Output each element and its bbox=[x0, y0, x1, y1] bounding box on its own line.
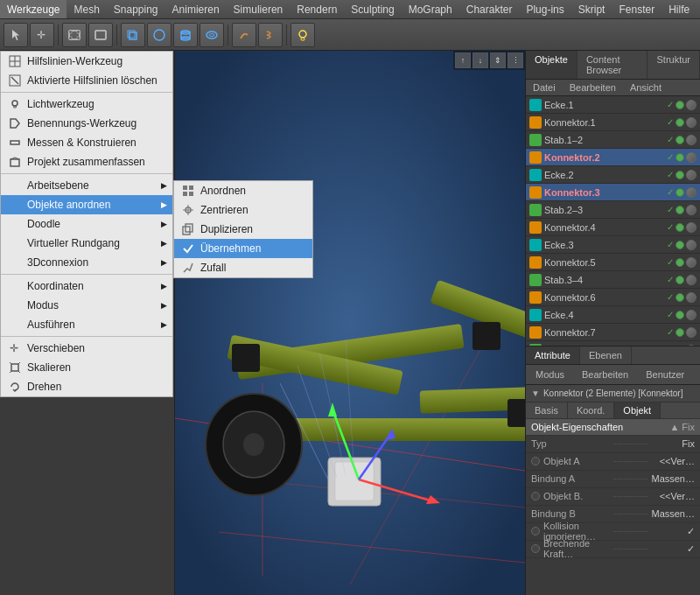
subtab-bearbeiten[interactable]: Bearbeiten bbox=[563, 80, 623, 95]
collapse-arrow[interactable]: ▼ bbox=[531, 388, 540, 398]
submenu-anordnen-item[interactable]: Anordnen bbox=[174, 181, 312, 200]
circle-btn[interactable] bbox=[686, 292, 696, 303]
menu-sculpting[interactable]: Sculpting bbox=[344, 0, 401, 18]
circle-btn[interactable] bbox=[686, 222, 696, 233]
attr-value-bindungB[interactable]: Massen… bbox=[651, 508, 695, 519]
menu-verschieben[interactable]: ✛ Verschieben bbox=[1, 339, 172, 358]
menu-lichtwerkzeug[interactable]: Lichtwerkzeug bbox=[1, 94, 172, 114]
menu-messen[interactable]: Messen & Konstruieren bbox=[1, 133, 172, 152]
circle-btn[interactable] bbox=[686, 187, 696, 198]
attr-subtab-bearbeiten[interactable]: Bearbeiten bbox=[574, 367, 636, 382]
circle-btn[interactable] bbox=[686, 275, 696, 285]
radio-objektA[interactable] bbox=[531, 457, 540, 466]
vp-nav-up[interactable]: ↑ bbox=[455, 52, 471, 68]
menu-ausfuehren[interactable]: Ausführen bbox=[1, 315, 172, 334]
menu-mesh[interactable]: Mesh bbox=[66, 0, 106, 18]
circle-btn[interactable] bbox=[686, 152, 696, 163]
menu-snapping[interactable]: Snapping bbox=[107, 0, 165, 18]
subtab-datei[interactable]: Datei bbox=[526, 80, 563, 95]
menu-fenster[interactable]: Fenster bbox=[612, 0, 662, 18]
attr-value-brechend[interactable]: ✓ bbox=[651, 543, 695, 555]
radio-kollision[interactable] bbox=[531, 527, 540, 536]
obj-row-stab23[interactable]: Stab.2–3 ✓ bbox=[526, 201, 700, 219]
menu-3dconnexion[interactable]: 3Dconnexion bbox=[1, 253, 172, 272]
menu-arbeitsebene[interactable]: Arbeitsebene bbox=[1, 176, 172, 195]
obj-row-konnektor7[interactable]: Konnektor.7 ✓ bbox=[526, 324, 700, 341]
obj-row-konnektor3[interactable]: Konnektor.3 ✓ bbox=[526, 184, 700, 201]
attr-obj-tab-objekt[interactable]: Objekt bbox=[614, 402, 661, 418]
tab-struktur[interactable]: Struktur bbox=[648, 51, 700, 79]
toolbar-film2[interactable] bbox=[88, 23, 113, 47]
toolbar-torus[interactable] bbox=[200, 23, 224, 47]
circle-btn[interactable] bbox=[686, 240, 696, 250]
obj-row-konnektor6[interactable]: Konnektor.6 ✓ bbox=[526, 289, 700, 306]
tab-objekte[interactable]: Objekte bbox=[526, 51, 578, 79]
toolbar-bend[interactable] bbox=[232, 23, 256, 47]
attr-subtab-modus[interactable]: Modus bbox=[528, 367, 572, 382]
submenu-duplizieren-item[interactable]: Duplizieren bbox=[174, 220, 312, 239]
circle-btn[interactable] bbox=[686, 205, 696, 215]
submenu-zentrieren-item[interactable]: Zentrieren bbox=[174, 200, 312, 220]
menu-rundgang[interactable]: Virtueller Rundgang bbox=[1, 234, 172, 253]
circle-btn[interactable] bbox=[686, 327, 696, 338]
attr-obj-tab-koord[interactable]: Koord. bbox=[568, 402, 614, 418]
menu-charakter[interactable]: Charakter bbox=[459, 0, 520, 18]
menu-skript[interactable]: Skript bbox=[571, 0, 612, 18]
toolbar-cube[interactable] bbox=[121, 23, 145, 47]
menu-mograph[interactable]: MoGraph bbox=[402, 0, 459, 18]
obj-row-konnektor2[interactable]: Konnektor.2 ✓ bbox=[526, 149, 700, 166]
subtab-ansicht[interactable]: Ansicht bbox=[623, 80, 668, 95]
attr-value-kollision[interactable]: ✓ bbox=[651, 526, 695, 537]
obj-row-ecke4[interactable]: Ecke.4 ✓ bbox=[526, 306, 700, 324]
menu-drehen[interactable]: Drehen bbox=[1, 377, 172, 396]
circle-btn[interactable] bbox=[686, 135, 696, 145]
toolbar-sphere[interactable] bbox=[147, 23, 172, 47]
menu-objekte-anordnen[interactable]: Objekte anordnen bbox=[1, 195, 172, 214]
menu-plugins[interactable]: Plug-ins bbox=[519, 0, 570, 18]
obj-row-konnektor4[interactable]: Konnektor.4 ✓ bbox=[526, 219, 700, 236]
circle-btn[interactable] bbox=[686, 310, 696, 320]
toolbar-select[interactable] bbox=[4, 23, 28, 47]
obj-row-konnektor1[interactable]: Konnektor.1 ✓ bbox=[526, 114, 700, 131]
toolbar-film[interactable] bbox=[62, 23, 87, 47]
attr-subtab-benutzer[interactable]: Benutzer bbox=[638, 367, 692, 382]
menu-modus[interactable]: Modus bbox=[1, 296, 172, 315]
obj-row-stab34[interactable]: Stab.3–4 ✓ bbox=[526, 271, 700, 289]
attr-tab-attribute[interactable]: Attribute bbox=[526, 346, 580, 364]
viewport[interactable]: ↑ ↓ ⇕ ⋮ bbox=[175, 51, 525, 595]
toolbar-move[interactable]: ✛ bbox=[30, 23, 54, 47]
circle-btn[interactable] bbox=[686, 100, 696, 110]
obj-row-konnektor5[interactable]: Konnektor.5 ✓ bbox=[526, 254, 700, 271]
menu-projekt[interactable]: Projekt zusammenfassen bbox=[1, 152, 172, 172]
menu-hilfslinien[interactable]: Hilfslinien-Werkzeug bbox=[1, 52, 172, 71]
menu-simulieren[interactable]: Simulieren bbox=[227, 0, 290, 18]
menu-hilfslinien-loeschen[interactable]: Aktivierte Hilfslinien löschen bbox=[1, 71, 172, 90]
menu-benennungs[interactable]: Benennungs-Werkzeug bbox=[1, 114, 172, 133]
attr-value-objektA[interactable]: <<Ver… bbox=[651, 456, 695, 466]
circle-btn[interactable] bbox=[686, 170, 696, 180]
submenu-zufall-item[interactable]: Zufall bbox=[174, 258, 312, 277]
attr-value-typ[interactable]: Fix bbox=[651, 438, 695, 449]
toolbar-twist[interactable] bbox=[258, 23, 283, 47]
menu-skalieren[interactable]: Skalieren bbox=[1, 358, 172, 377]
obj-row-ecke2[interactable]: Ecke.2 ✓ bbox=[526, 166, 700, 184]
toolbar-cylinder[interactable] bbox=[173, 23, 198, 47]
attr-obj-tab-basis[interactable]: Basis bbox=[526, 402, 568, 418]
submenu-uebernehmen-item[interactable]: Übernehmen bbox=[174, 239, 312, 258]
radio-objektB[interactable] bbox=[531, 492, 540, 500]
menu-doodle[interactable]: Doodle bbox=[1, 214, 172, 234]
circle-btn[interactable] bbox=[686, 117, 696, 128]
menu-koordinaten[interactable]: Koordinaten bbox=[1, 276, 172, 296]
obj-row-stab12[interactable]: Stab.1–2 ✓ bbox=[526, 131, 700, 149]
attr-tab-ebenen[interactable]: Ebenen bbox=[580, 346, 632, 364]
menu-rendern[interactable]: Rendern bbox=[290, 0, 344, 18]
toolbar-light-bulb[interactable] bbox=[290, 23, 315, 47]
vp-nav-arrows[interactable]: ⇕ bbox=[490, 52, 506, 68]
menu-werkzeuge[interactable]: Werkzeuge bbox=[0, 0, 66, 18]
attr-value-objektB[interactable]: <<Ver… bbox=[651, 491, 695, 501]
tab-content-browser[interactable]: Content Browser bbox=[578, 51, 648, 79]
circle-btn[interactable] bbox=[686, 257, 696, 268]
menu-animieren[interactable]: Animieren bbox=[165, 0, 227, 18]
radio-brechend[interactable] bbox=[531, 544, 540, 553]
vp-nav-down[interactable]: ↓ bbox=[472, 52, 488, 68]
